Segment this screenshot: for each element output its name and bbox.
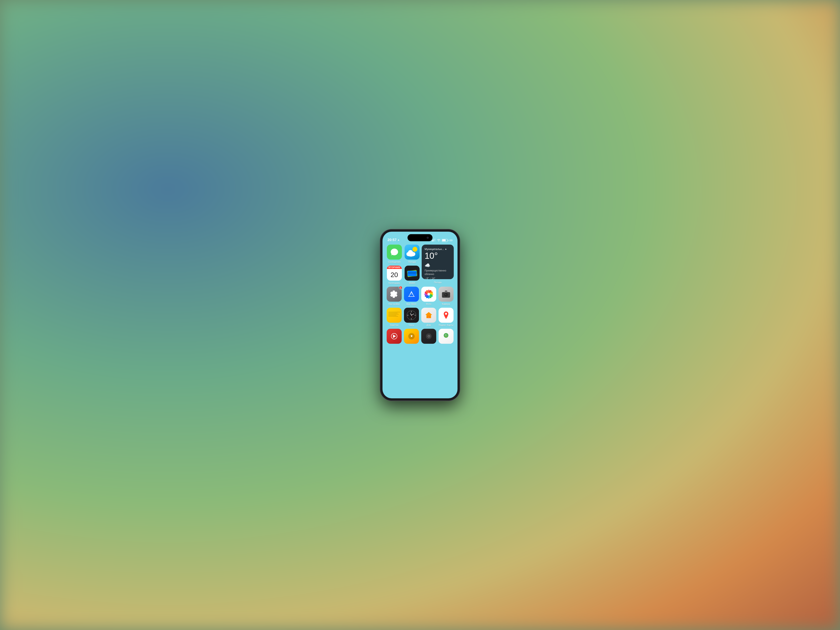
wifi-signal-icon — [437, 238, 441, 242]
notes-label: Заметки — [390, 324, 398, 326]
clock-label: Часы — [409, 324, 414, 326]
phone-wrapper: 20:57 — [381, 230, 459, 400]
app-settings[interactable]: 1 Настройки — [386, 287, 402, 305]
svg-rect-3 — [434, 238, 435, 242]
location-icon — [397, 239, 400, 241]
row-5: ⚜ ⬡ — [386, 329, 454, 344]
app-yellow[interactable]: ⚜ — [404, 329, 419, 344]
calendar-label: Календарь — [388, 282, 400, 284]
weather-label: Погода — [408, 261, 415, 263]
wifi-icon — [437, 238, 441, 242]
settings-svg — [390, 290, 399, 299]
torrent-icon-bg — [387, 329, 402, 344]
camera-svg — [441, 289, 451, 299]
svg-text:12: 12 — [411, 311, 412, 313]
yellow-icon-bg: ⚜ — [404, 329, 419, 344]
battery-percent: 69 — [450, 239, 453, 242]
front-camera — [427, 237, 429, 239]
widget-location: Муниципальн... — [425, 248, 451, 251]
widget-temperature: 10° — [425, 251, 451, 260]
torrent-svg — [389, 331, 399, 341]
phone-body: 20:57 — [381, 230, 459, 400]
home-label: Дом — [426, 324, 431, 326]
svg-text:9: 9 — [408, 314, 408, 316]
status-time: 20:57 — [387, 238, 400, 242]
app-camera[interactable]: Камера — [438, 287, 454, 305]
weather-widget-label: Погода — [434, 281, 442, 284]
svg-point-4 — [412, 247, 417, 252]
weather-icon-bg — [404, 245, 420, 260]
widget-cloud-icon: ☁️ — [425, 263, 451, 268]
camera-icon-bg — [439, 287, 453, 302]
home-svg — [423, 310, 434, 321]
svg-point-26 — [427, 293, 430, 295]
svg-text:⬡: ⬡ — [428, 335, 430, 338]
calendar-day-name: Вторник — [387, 265, 402, 269]
photos-label: Фото — [426, 303, 431, 305]
appstore-svg — [407, 290, 416, 299]
screen: 20:57 — [382, 232, 458, 398]
wallet-icon-bg — [404, 265, 420, 281]
svg-text:6: 6 — [411, 318, 411, 319]
svg-point-48 — [428, 317, 429, 317]
photos-icon-bg — [421, 287, 436, 302]
cell-signal-icon — [432, 238, 436, 242]
app-grid: Сообщения — [386, 245, 454, 346]
app-notes[interactable]: Заметки — [386, 308, 402, 326]
weather-widget[interactable]: Муниципальн... 10° ☁️ Преимущественно об… — [422, 245, 454, 284]
row-4: Заметки — [386, 308, 454, 326]
settings-badge: 1 — [399, 286, 403, 290]
app-messages[interactable]: Сообщения — [386, 245, 402, 263]
app-appstore[interactable]: App Store — [404, 287, 419, 305]
appstore-label: App Store — [406, 303, 417, 305]
yandex-svg — [441, 310, 451, 321]
svg-text:3: 3 — [414, 314, 415, 316]
app-torrent[interactable] — [386, 329, 402, 344]
app-wallet[interactable]: Wallet — [404, 265, 420, 284]
calendar-icon-bg: Вторник 20 — [387, 265, 402, 281]
app-parrot[interactable] — [438, 329, 454, 344]
settings-label: Настройки — [388, 303, 400, 305]
yandex-label: Яндекс Карты — [439, 324, 453, 326]
app-dark[interactable]: ⬡ — [421, 329, 436, 344]
svg-point-8 — [408, 250, 413, 255]
yellow-svg: ⚜ — [406, 331, 417, 341]
appstore-icon-bg — [404, 287, 419, 302]
svg-point-58 — [445, 335, 445, 335]
app-yandex[interactable]: Яндекс Карты — [438, 308, 454, 326]
wallet-label: Wallet — [409, 282, 415, 284]
calendar-day-num: 20 — [387, 269, 402, 281]
dynamic-island — [407, 234, 433, 241]
widget-range: ↓ 8° ↑ 14° — [425, 277, 451, 280]
dark-svg: ⬡ — [423, 331, 434, 341]
wallet-svg — [406, 267, 419, 280]
svg-rect-0 — [432, 240, 433, 242]
parrot-icon-bg — [439, 329, 453, 344]
camera-label: Камера — [442, 303, 450, 305]
clock-svg: 12 3 6 9 — [405, 309, 418, 322]
location-arrow-icon — [445, 248, 447, 250]
app-weather[interactable]: Погода — [404, 245, 420, 263]
status-icons: 69 — [432, 238, 453, 242]
messages-svg — [390, 247, 399, 257]
app-home[interactable]: Дом — [421, 308, 436, 326]
messages-label: Сообщения — [388, 261, 401, 263]
weather-svg — [405, 245, 419, 259]
svg-rect-11 — [407, 271, 417, 276]
app-clock[interactable]: 12 3 6 9 — [404, 308, 419, 326]
svg-point-31 — [445, 294, 445, 295]
svg-rect-12 — [407, 272, 417, 273]
battery-icon — [442, 239, 448, 242]
svg-rect-2 — [434, 239, 434, 242]
svg-rect-32 — [448, 293, 449, 293]
svg-point-49 — [445, 313, 447, 315]
clock-icon-bg: 12 3 6 9 — [404, 308, 419, 323]
signal-icon — [432, 238, 436, 242]
row-3: 1 Настройки — [386, 287, 454, 305]
app-photos[interactable]: Фото — [421, 287, 436, 305]
yandex-icon-bg — [439, 308, 453, 323]
photos-svg — [423, 288, 435, 300]
svg-text:⚜: ⚜ — [410, 335, 413, 338]
svg-rect-1 — [433, 240, 433, 242]
app-calendar[interactable]: Вторник 20 Календарь — [386, 265, 402, 284]
